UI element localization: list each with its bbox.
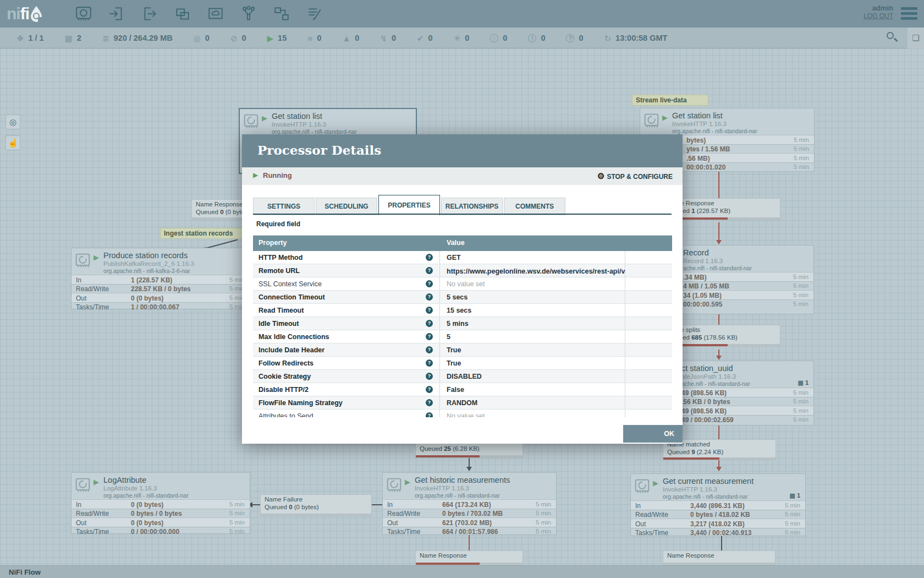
status-value: 0 xyxy=(428,34,433,42)
connection-queue-label[interactable]: Name FailureQueued 0 (0 bytes) xyxy=(260,494,372,516)
label-icon[interactable] xyxy=(305,4,324,23)
property-name: HTTP Method? xyxy=(253,251,440,264)
help-icon[interactable]: ? xyxy=(426,373,433,380)
property-name: Connection Timeout? xyxy=(253,291,440,303)
property-value[interactable]: False xyxy=(440,383,625,396)
property-value[interactable]: True xyxy=(440,343,625,356)
canvas-label[interactable]: Stream live-data xyxy=(632,95,708,106)
stat-window: 5 min xyxy=(793,282,809,289)
property-value[interactable]: 5 xyxy=(440,330,625,343)
property-row[interactable]: Cookie Strategy?DISABLED xyxy=(253,370,672,383)
property-value[interactable]: 5 mins xyxy=(440,317,625,330)
property-row[interactable]: Max Idle Connections?5 xyxy=(253,330,672,343)
summary-panel-icon[interactable]: ❏ xyxy=(908,28,924,48)
property-row[interactable]: FlowFile Naming Strategy?RANDOM xyxy=(253,396,672,410)
property-value[interactable]: No value set xyxy=(440,410,625,417)
stat-window: 5 min xyxy=(793,301,809,307)
processor-bundle: org.apache.nifi - nifi-standard-nar xyxy=(672,128,757,134)
property-name: Cookie Strategy? xyxy=(253,370,440,383)
property-row[interactable]: Follow Redirects?True xyxy=(253,357,672,370)
funnel-icon[interactable] xyxy=(239,4,258,23)
property-value[interactable]: RANDOM xyxy=(440,396,625,409)
locally-modified-icon: ✳ xyxy=(454,34,461,42)
tab-comments[interactable]: COMMENTS xyxy=(504,198,565,215)
input-port-icon[interactable] xyxy=(107,4,126,23)
template-icon[interactable] xyxy=(272,4,291,23)
processor-icon xyxy=(75,253,90,270)
stat-value: 0 bytes / 418.02 KB xyxy=(690,511,750,519)
property-row[interactable]: Disable HTTP/2?False xyxy=(253,383,672,396)
help-icon[interactable]: ? xyxy=(426,280,433,287)
stat-value: bytes) xyxy=(686,137,706,144)
help-icon[interactable]: ? xyxy=(426,320,433,327)
processor-node[interactable]: ▶Get current measurementInvokeHTTP 1.16.… xyxy=(630,473,806,536)
property-value[interactable]: True xyxy=(440,357,625,369)
tab-scheduling[interactable]: SCHEDULING xyxy=(316,198,377,215)
stat-window: 5 min xyxy=(793,292,809,298)
property-edit-cell xyxy=(625,410,672,417)
tab-settings[interactable]: SETTINGS xyxy=(253,198,315,215)
logout-link[interactable]: LOG OUT xyxy=(864,12,893,20)
operate-icon[interactable]: ☝ xyxy=(6,135,20,150)
tab-relationships[interactable]: RELATIONSHIPS xyxy=(441,198,503,215)
property-name: SSL Context Service? xyxy=(253,277,440,290)
stat-row: Read/Write0 bytes / 0 bytes5 min xyxy=(72,509,250,518)
property-edit-cell xyxy=(625,291,672,303)
property-row[interactable]: Idle Timeout?5 mins xyxy=(253,317,672,330)
help-icon[interactable]: ? xyxy=(426,267,433,274)
help-icon[interactable]: ? xyxy=(426,412,433,417)
stat-label: Read/Write xyxy=(635,511,668,519)
property-row[interactable]: Connection Timeout?5 secs xyxy=(253,291,672,304)
property-row[interactable]: SSL Context Service?No value set xyxy=(253,277,672,291)
help-icon[interactable]: ? xyxy=(426,386,433,393)
property-row[interactable]: Read Timeout?15 secs xyxy=(253,304,672,317)
help-icon[interactable]: ? xyxy=(426,359,433,367)
help-icon[interactable]: ? xyxy=(426,307,433,314)
global-menu-icon[interactable] xyxy=(901,7,917,22)
navigate-icon[interactable]: ◎ xyxy=(6,114,20,129)
breadcrumb-root[interactable]: NiFi Flow xyxy=(9,568,41,576)
property-value[interactable]: https://www.pegelonline.wsv.de/webservic… xyxy=(440,264,625,277)
connection-queue-label[interactable]: Name Response xyxy=(415,550,523,565)
running-state-label: Running xyxy=(263,171,292,179)
property-row[interactable]: Include Date Header?True xyxy=(253,343,672,357)
help-icon[interactable]: ? xyxy=(426,333,433,340)
search-icon[interactable] xyxy=(887,32,899,44)
connection-arrow-icon xyxy=(466,467,472,471)
dialog-title: Processor Details xyxy=(257,143,381,157)
processor-node[interactable]: ▶LogAttributeLogAttribute 1.16.3org.apac… xyxy=(71,472,250,534)
status-value: 0 xyxy=(355,34,359,42)
processor-node[interactable]: ▶Get historic measurementsInvokeHTTP 1.1… xyxy=(382,472,557,535)
stat-value: 4 MB / 1.05 MB xyxy=(683,282,729,290)
ok-button[interactable]: OK xyxy=(623,425,683,443)
stat-value: 664 / 00:01:57.986 xyxy=(442,528,498,536)
queue-name: Name Response xyxy=(420,552,467,559)
stat-window: 5 min xyxy=(536,528,551,535)
tab-properties[interactable]: PROPERTIES xyxy=(378,195,440,215)
stat-value: 0 bytes / 0 bytes xyxy=(131,510,182,517)
help-icon[interactable]: ? xyxy=(426,293,433,301)
property-row[interactable]: Attributes to Send?No value set xyxy=(253,410,672,417)
help-icon[interactable]: ? xyxy=(426,346,433,353)
property-value[interactable]: GET xyxy=(440,251,625,264)
canvas-label[interactable]: Ingest station records xyxy=(160,228,250,239)
connection-queue-label[interactable]: Queued 25 (6.28 KB) xyxy=(415,443,523,458)
processor-bundle: org.apache.nifi - nifi-kafka-2-6-nar xyxy=(103,268,190,274)
property-value[interactable]: 15 secs xyxy=(440,304,625,317)
stop-and-configure-button[interactable]: ⚙STOP & CONFIGURE xyxy=(597,171,673,181)
required-field-label: Required field xyxy=(256,220,300,228)
process-group-icon[interactable] xyxy=(173,4,192,23)
processor-icon[interactable] xyxy=(74,4,93,23)
property-row[interactable]: Remote URL?https://www.pegelonline.wsv.d… xyxy=(253,264,672,277)
connection-queue-label[interactable]: Name Response xyxy=(663,550,776,565)
property-value[interactable]: 5 secs xyxy=(440,291,625,303)
help-icon[interactable]: ? xyxy=(426,254,433,261)
property-row[interactable]: HTTP Method?GET xyxy=(253,251,672,264)
remote-process-group-icon[interactable] xyxy=(206,4,225,23)
status-value: 0 xyxy=(579,34,583,42)
property-value[interactable]: No value set xyxy=(440,277,625,290)
output-port-icon[interactable] xyxy=(140,4,159,23)
property-value[interactable]: DISABLED xyxy=(440,370,625,383)
processor-node[interactable]: ▶Produce station recordsPublishKafkaReco… xyxy=(71,248,250,309)
help-icon[interactable]: ? xyxy=(426,399,433,406)
